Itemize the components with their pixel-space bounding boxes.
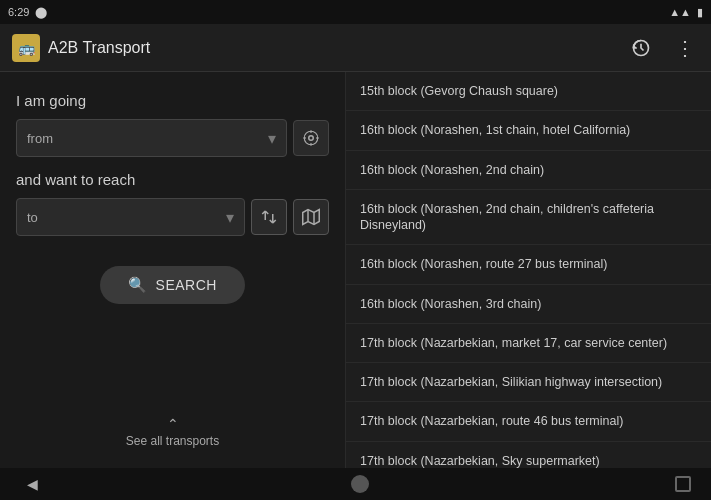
swap-button[interactable] bbox=[251, 199, 287, 235]
status-bar-right: ▲▲ ▮ bbox=[669, 6, 703, 19]
to-placeholder: to bbox=[27, 210, 38, 225]
to-input[interactable]: to ▾ bbox=[16, 198, 245, 236]
list-item[interactable]: 17th block (Nazarbekian, market 17, car … bbox=[346, 324, 711, 363]
search-icon: 🔍 bbox=[128, 276, 148, 294]
more-options-button[interactable]: ⋮ bbox=[671, 34, 699, 62]
bottom-bar: ◀ bbox=[0, 468, 711, 500]
from-row: from ▾ bbox=[16, 119, 329, 157]
list-item[interactable]: 17th block (Nazarbekian, route 46 bus te… bbox=[346, 402, 711, 441]
left-panel: I am going from ▾ and want to reach to ▾ bbox=[0, 72, 345, 468]
search-btn-container: 🔍 SEARCH bbox=[16, 266, 329, 304]
to-dropdown-arrow: ▾ bbox=[226, 208, 234, 227]
status-bar-left: 6:29 ⬤ bbox=[8, 6, 47, 19]
to-row: to ▾ bbox=[16, 198, 329, 236]
wifi-icon: ▲▲ bbox=[669, 6, 691, 18]
home-button[interactable] bbox=[351, 475, 369, 493]
see-all-label: See all transports bbox=[126, 434, 219, 448]
svg-marker-3 bbox=[303, 210, 320, 225]
location-button[interactable] bbox=[293, 120, 329, 156]
search-button[interactable]: 🔍 SEARCH bbox=[100, 266, 245, 304]
battery-icon: ▮ bbox=[697, 6, 703, 19]
list-item[interactable]: 15th block (Gevorg Chaush square) bbox=[346, 72, 711, 111]
app-bar-actions: ⋮ bbox=[627, 34, 699, 62]
list-item[interactable]: 17th block (Nazarbekian, Silikian highwa… bbox=[346, 363, 711, 402]
map-button[interactable] bbox=[293, 199, 329, 235]
app-bar: 🚌 A2B Transport ⋮ bbox=[0, 24, 711, 72]
going-label: I am going bbox=[16, 92, 329, 109]
app-bar-title: 🚌 A2B Transport bbox=[12, 34, 627, 62]
from-dropdown-arrow: ▾ bbox=[268, 129, 276, 148]
from-input[interactable]: from ▾ bbox=[16, 119, 287, 157]
list-item[interactable]: 16th block (Norashen, 2nd chain, childre… bbox=[346, 190, 711, 246]
list-item[interactable]: 16th block (Norashen, 1st chain, hotel C… bbox=[346, 111, 711, 150]
history-button[interactable] bbox=[627, 34, 655, 62]
list-item[interactable]: 17th block (Nazarbekian, Sky supermarket… bbox=[346, 442, 711, 469]
status-dot: ⬤ bbox=[35, 6, 47, 19]
from-placeholder: from bbox=[27, 131, 53, 146]
status-time: 6:29 bbox=[8, 6, 29, 18]
status-bar: 6:29 ⬤ ▲▲ ▮ bbox=[0, 0, 711, 24]
see-all-transports[interactable]: ⌃ See all transports bbox=[16, 396, 329, 448]
search-label: SEARCH bbox=[156, 277, 217, 293]
svg-point-2 bbox=[304, 131, 318, 145]
svg-point-1 bbox=[309, 136, 314, 141]
list-item[interactable]: 16th block (Norashen, 2nd chain) bbox=[346, 151, 711, 190]
list-item[interactable]: 16th block (Norashen, 3rd chain) bbox=[346, 285, 711, 324]
right-panel: 15th block (Gevorg Chaush square)16th bl… bbox=[345, 72, 711, 468]
recents-button[interactable] bbox=[675, 476, 691, 492]
app-title: A2B Transport bbox=[48, 39, 150, 57]
chevron-up-icon: ⌃ bbox=[167, 416, 179, 432]
app-logo-icon: 🚌 bbox=[12, 34, 40, 62]
back-button[interactable]: ◀ bbox=[20, 472, 44, 496]
main-content: I am going from ▾ and want to reach to ▾ bbox=[0, 72, 711, 468]
list-item[interactable]: 16th block (Norashen, route 27 bus termi… bbox=[346, 245, 711, 284]
reach-label: and want to reach bbox=[16, 171, 329, 188]
